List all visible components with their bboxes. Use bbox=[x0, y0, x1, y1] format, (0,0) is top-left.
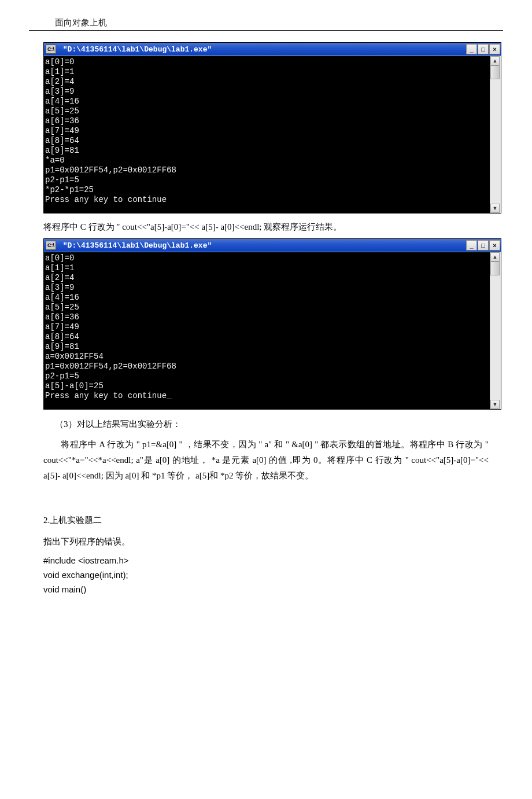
titlebar-text-1: "D:\41356114\lab1\Debug\lab1.exe" bbox=[58, 45, 466, 54]
scrollbar-2[interactable]: ▲ ▼ bbox=[490, 252, 501, 409]
analysis-heading: （3）对以上结果写出实验分析： bbox=[55, 417, 503, 432]
minimize-button[interactable]: _ bbox=[466, 240, 477, 251]
close-button[interactable]: × bbox=[489, 240, 500, 251]
scroll-thumb[interactable] bbox=[490, 262, 500, 275]
code-line: void main() bbox=[43, 582, 503, 597]
page-header-title: 面向对象上机 bbox=[55, 17, 503, 28]
scrollbar-1[interactable]: ▲ ▼ bbox=[490, 56, 501, 213]
scroll-up-icon[interactable]: ▲ bbox=[490, 56, 500, 65]
analysis-text: 将程序中 A 行改为 " p1=&a[0] " ，结果不变，因为 " a" 和 … bbox=[43, 440, 489, 480]
code-line: #include <iostream.h> bbox=[43, 553, 503, 568]
titlebar-2: C:\ "D:\41356114\lab1\Debug\lab1.exe" _ … bbox=[44, 239, 501, 252]
console-body-wrap-2: a[0]=0 a[1]=1 a[2]=4 a[3]=9 a[4]=16 a[5]… bbox=[44, 252, 501, 409]
window-controls-2: _ □ × bbox=[466, 240, 500, 251]
close-button[interactable]: × bbox=[489, 44, 500, 54]
titlebar-1: C:\ "D:\41356114\lab1\Debug\lab1.exe" _ … bbox=[44, 43, 501, 56]
minimize-button[interactable]: _ bbox=[466, 44, 477, 54]
window-controls-1: _ □ × bbox=[466, 44, 500, 54]
console-output-1: a[0]=0 a[1]=1 a[2]=4 a[3]=9 a[4]=16 a[5]… bbox=[44, 56, 490, 213]
cmd-icon: C:\ bbox=[46, 241, 56, 250]
section2-instruction: 指出下列程序的错误。 bbox=[43, 534, 503, 550]
header-underline bbox=[29, 30, 503, 31]
section2-title: 2.上机实验题二 bbox=[43, 513, 503, 528]
document-page: 面向对象上机 C:\ "D:\41356114\lab1\Debug\lab1.… bbox=[0, 0, 532, 620]
maximize-button[interactable]: □ bbox=[478, 240, 489, 251]
titlebar-text-2: "D:\41356114\lab1\Debug\lab1.exe" bbox=[58, 241, 466, 250]
console-window-2: C:\ "D:\41356114\lab1\Debug\lab1.exe" _ … bbox=[43, 238, 501, 410]
scroll-down-icon[interactable]: ▼ bbox=[490, 400, 500, 409]
cmd-icon: C:\ bbox=[46, 45, 56, 54]
scroll-up-icon[interactable]: ▲ bbox=[490, 252, 500, 262]
analysis-paragraph: 将程序中 A 行改为 " p1=&a[0] " ，结果不变，因为 " a" 和 … bbox=[43, 437, 489, 484]
maximize-button[interactable]: □ bbox=[478, 44, 489, 54]
console-output-2: a[0]=0 a[1]=1 a[2]=4 a[3]=9 a[4]=16 a[5]… bbox=[44, 252, 490, 409]
code-line: void exchange(int,int); bbox=[43, 568, 503, 582]
scroll-thumb[interactable] bbox=[490, 65, 500, 79]
code-block: #include <iostream.h>void exchange(int,i… bbox=[43, 553, 503, 597]
console-window-1: C:\ "D:\41356114\lab1\Debug\lab1.exe" _ … bbox=[43, 42, 501, 213]
instruction-text-between: 将程序中 C 行改为 " cout<<"a[5]-a[0]="<< a[5]- … bbox=[43, 219, 503, 235]
console-body-wrap-1: a[0]=0 a[1]=1 a[2]=4 a[3]=9 a[4]=16 a[5]… bbox=[44, 56, 501, 213]
scroll-down-icon[interactable]: ▼ bbox=[490, 204, 500, 213]
